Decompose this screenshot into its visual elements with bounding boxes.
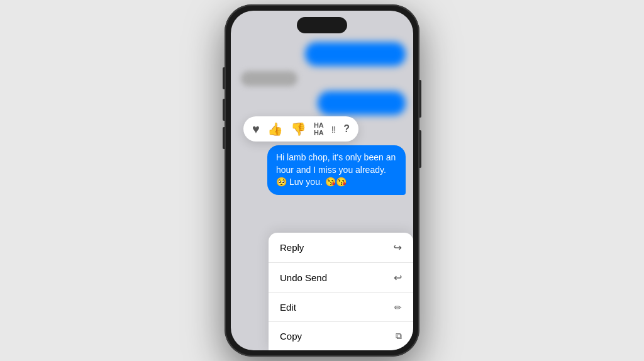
undo-send-icon: ↩ [394, 272, 402, 284]
reply-label: Reply [280, 242, 304, 253]
blurred-label-1 [241, 71, 297, 86]
message-text: Hi lamb chop, it's only been an hour and… [276, 152, 396, 187]
messages-area: ♥ 👍 👎 HAHA ‼ ? Hi lamb chop, it's only b… [231, 11, 413, 350]
edit-label: Edit [280, 302, 296, 313]
reply-icon: ↩ [394, 242, 402, 253]
message-bubble: Hi lamb chop, it's only been an hour and… [267, 145, 406, 195]
context-menu: Reply ↩ Undo Send ↩ Edit ✏ Copy ⧉ [269, 233, 413, 350]
reaction-haha[interactable]: HAHA [314, 121, 324, 136]
dynamic-island [297, 17, 347, 33]
reaction-bar: ♥ 👍 👎 HAHA ‼ ? [243, 116, 358, 142]
context-menu-copy[interactable]: Copy ⧉ [269, 322, 413, 350]
reaction-thumbs-up[interactable]: 👍 [267, 121, 283, 136]
reaction-question[interactable]: ? [343, 123, 350, 135]
context-menu-reply[interactable]: Reply ↩ [269, 233, 413, 263]
blurred-message-1 [305, 42, 406, 66]
phone-screen: ♥ 👍 👎 HAHA ‼ ? Hi lamb chop, it's only b… [231, 11, 413, 350]
reaction-emphasis[interactable]: ‼ [331, 124, 336, 135]
context-menu-edit[interactable]: Edit ✏ [269, 293, 413, 322]
copy-icon: ⧉ [396, 331, 402, 342]
context-menu-undo-send[interactable]: Undo Send ↩ [269, 263, 413, 293]
undo-send-label: Undo Send [280, 272, 327, 283]
phone-frame: ♥ 👍 👎 HAHA ‼ ? Hi lamb chop, it's only b… [225, 4, 419, 357]
blurred-message-2 [318, 91, 406, 115]
copy-label: Copy [280, 331, 302, 342]
reaction-heart[interactable]: ♥ [252, 122, 260, 136]
edit-icon: ✏ [394, 303, 402, 313]
reaction-thumbs-down[interactable]: 👎 [291, 121, 306, 136]
